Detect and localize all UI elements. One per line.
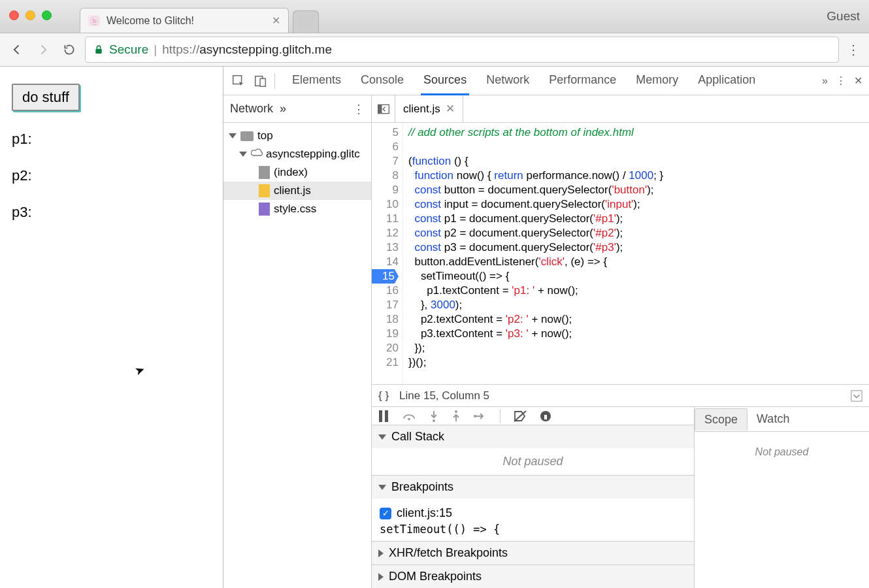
file-icon xyxy=(259,203,270,216)
sidebar-tab-network[interactable]: Network xyxy=(230,102,273,116)
devtools-tab-performance[interactable]: Performance xyxy=(546,67,619,95)
devtools-more-tabs-icon[interactable]: » xyxy=(822,75,828,87)
svg-point-9 xyxy=(408,417,410,420)
inspect-element-icon[interactable] xyxy=(230,73,247,90)
minimize-window-button[interactable] xyxy=(25,10,35,20)
chevron-right-icon xyxy=(378,549,384,557)
format-icon[interactable]: { } xyxy=(378,389,389,402)
devtools-close-icon[interactable]: ✕ xyxy=(854,74,862,87)
deactivate-breakpoints-button[interactable] xyxy=(514,410,527,422)
file-tree: top asyncstepping.glitc (index)client.js… xyxy=(223,123,371,588)
device-toggle-icon[interactable] xyxy=(252,73,269,90)
chevron-down-icon xyxy=(239,152,247,157)
devtools-menu-icon[interactable]: ⋮ xyxy=(836,74,846,87)
step-button[interactable] xyxy=(474,412,487,421)
sidebar-menu-icon[interactable]: ⋮ xyxy=(353,102,365,116)
pause-button[interactable] xyxy=(378,410,389,422)
svg-rect-7 xyxy=(379,410,382,422)
p2-label: p2: xyxy=(12,167,211,184)
devtools-tab-application[interactable]: Application xyxy=(695,67,758,95)
forward-button[interactable] xyxy=(33,39,54,60)
dom-breakpoints-header[interactable]: DOM Breakpoints xyxy=(372,565,694,588)
debugger-pane: Call Stack Not paused Breakpoints xyxy=(372,406,869,588)
tree-file[interactable]: client.js xyxy=(223,182,371,200)
sidebar-more-tabs-icon[interactable]: » xyxy=(280,102,286,116)
p1-label: p1: xyxy=(12,131,211,148)
chevron-right-icon xyxy=(378,573,384,581)
devtools-tab-network[interactable]: Network xyxy=(484,67,532,95)
svg-rect-0 xyxy=(95,49,101,54)
cursor-position: Line 15, Column 5 xyxy=(399,389,489,402)
file-icon xyxy=(259,184,270,197)
tab-watch[interactable]: Watch xyxy=(747,408,798,430)
devtools-tab-elements[interactable]: Elements xyxy=(289,67,344,95)
page-content: do stuff p1: p2: p3: ➤ xyxy=(0,67,223,588)
svg-point-11 xyxy=(455,410,457,413)
close-tab-icon[interactable]: ✕ xyxy=(272,14,280,27)
mouse-cursor-icon: ➤ xyxy=(133,362,147,379)
chevron-down-icon xyxy=(378,485,386,490)
url-scheme: https:// xyxy=(162,42,199,56)
chevron-down-icon xyxy=(229,133,237,139)
step-out-button[interactable] xyxy=(451,410,461,422)
step-over-button[interactable] xyxy=(402,411,416,421)
devtools-tab-console[interactable]: Console xyxy=(358,67,406,95)
back-button[interactable] xyxy=(7,39,27,60)
address-bar[interactable]: Secure | https://asyncstepping.glitch.me xyxy=(85,37,839,63)
svg-rect-5 xyxy=(378,105,382,113)
url-host: asyncstepping.glitch.me xyxy=(199,42,332,56)
browser-menu-button[interactable]: ⋮ xyxy=(844,42,862,57)
debugger-toolbar xyxy=(372,407,694,425)
chevron-down-icon xyxy=(378,434,386,440)
devtools-toolbar: ElementsConsoleSourcesNetworkPerformance… xyxy=(223,67,869,95)
window-controls xyxy=(9,10,52,20)
devtools-tab-sources[interactable]: Sources xyxy=(421,67,469,95)
callstack-header[interactable]: Call Stack xyxy=(372,425,694,448)
reload-button[interactable] xyxy=(59,39,80,60)
browser-titlebar: 🍥 Welcome to Glitch! ✕ Guest xyxy=(0,0,869,33)
maximize-window-button[interactable] xyxy=(42,10,52,20)
tree-domain[interactable]: asyncstepping.glitc xyxy=(223,145,371,163)
tree-top[interactable]: top xyxy=(223,127,371,145)
devtools-panel: ElementsConsoleSourcesNetworkPerformance… xyxy=(223,67,869,588)
scope-status: Not paused xyxy=(695,440,869,465)
svg-point-10 xyxy=(433,419,435,422)
tree-file[interactable]: style.css xyxy=(223,200,371,218)
tree-file[interactable]: (index) xyxy=(223,163,371,182)
breakpoint-item[interactable]: ✓ client.js:15 xyxy=(380,504,686,523)
step-into-button[interactable] xyxy=(429,410,438,422)
file-icon xyxy=(259,166,270,179)
svg-rect-3 xyxy=(260,78,265,86)
devtools-tab-memory[interactable]: Memory xyxy=(633,67,681,95)
browser-toolbar: Secure | https://asyncstepping.glitch.me… xyxy=(0,33,869,67)
window-icon xyxy=(240,131,254,141)
breakpoints-header[interactable]: Breakpoints xyxy=(372,476,694,498)
close-window-button[interactable] xyxy=(9,10,19,20)
file-tab-clientjs[interactable]: client.js ✕ xyxy=(395,95,463,122)
editor-tabbar: client.js ✕ xyxy=(372,95,869,123)
xhr-breakpoints-header[interactable]: XHR/fetch Breakpoints xyxy=(372,542,694,564)
code-editor[interactable]: 56789101112131415161718192021 // add oth… xyxy=(372,123,869,384)
tab-scope[interactable]: Scope xyxy=(695,408,747,431)
close-file-icon[interactable]: ✕ xyxy=(446,102,455,116)
collapse-pane-icon[interactable] xyxy=(851,390,862,402)
toggle-navigator-icon[interactable] xyxy=(372,95,395,122)
sources-sidebar: Network » ⋮ top xyxy=(223,95,372,588)
browser-tab-active[interactable]: 🍥 Welcome to Glitch! ✕ xyxy=(80,8,289,33)
svg-rect-6 xyxy=(851,390,862,400)
svg-rect-8 xyxy=(385,410,388,422)
do-stuff-button[interactable]: do stuff xyxy=(12,84,80,111)
profile-guest-label[interactable]: Guest xyxy=(827,9,860,24)
breakpoint-preview: setTimeout(() => { xyxy=(380,523,686,536)
svg-rect-16 xyxy=(544,413,547,415)
tab-title: Welcome to Glitch! xyxy=(107,15,194,27)
cloud-icon xyxy=(251,148,262,161)
secure-label: Secure xyxy=(109,42,148,57)
pause-exceptions-button[interactable] xyxy=(540,410,551,422)
editor-statusbar: { } Line 15, Column 5 xyxy=(372,384,869,406)
scope-watch-tabs: Scope Watch xyxy=(695,407,869,432)
browser-tab-inactive[interactable] xyxy=(293,10,319,33)
p3-label: p3: xyxy=(12,204,211,221)
checkbox-checked-icon[interactable]: ✓ xyxy=(380,508,391,519)
lock-icon xyxy=(93,44,104,56)
